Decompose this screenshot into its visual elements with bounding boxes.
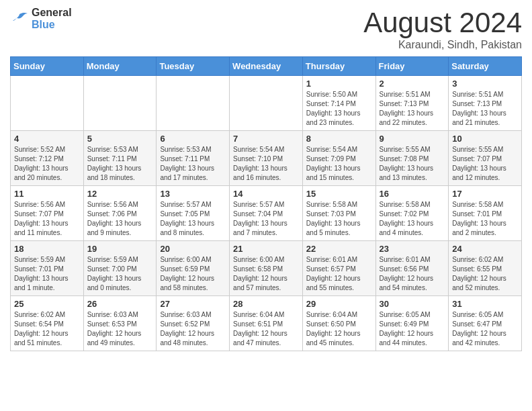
day-number: 16 — [380, 189, 445, 199]
day-number: 5 — [87, 134, 153, 144]
calendar-day-cell: 31Sunrise: 6:05 AMSunset: 6:47 PMDayligh… — [449, 296, 522, 351]
calendar-day-cell: 16Sunrise: 5:58 AMSunset: 7:02 PMDayligh… — [375, 186, 449, 241]
day-number: 22 — [306, 244, 372, 254]
calendar-day-cell: 12Sunrise: 5:56 AMSunset: 7:06 PMDayligh… — [83, 186, 157, 241]
calendar-day-cell: 5Sunrise: 5:53 AMSunset: 7:11 PMDaylight… — [83, 131, 157, 186]
day-info: Sunrise: 6:05 AMSunset: 6:49 PMDaylight:… — [380, 310, 445, 348]
day-info: Sunrise: 6:04 AMSunset: 6:50 PMDaylight:… — [306, 310, 372, 348]
day-info: Sunrise: 6:02 AMSunset: 6:54 PMDaylight:… — [14, 310, 80, 348]
day-number: 13 — [160, 189, 226, 199]
weekday-header-row: SundayMondayTuesdayWednesdayThursdayFrid… — [11, 57, 522, 76]
calendar-day-cell: 10Sunrise: 5:55 AMSunset: 7:07 PMDayligh… — [449, 131, 522, 186]
day-info: Sunrise: 5:52 AMSunset: 7:12 PMDaylight:… — [14, 145, 80, 183]
calendar-day-cell: 28Sunrise: 6:04 AMSunset: 6:51 PMDayligh… — [230, 296, 303, 351]
day-info: Sunrise: 6:00 AMSunset: 6:58 PMDaylight:… — [233, 255, 299, 293]
day-info: Sunrise: 5:53 AMSunset: 7:11 PMDaylight:… — [160, 145, 226, 183]
day-info: Sunrise: 6:01 AMSunset: 6:57 PMDaylight:… — [306, 255, 372, 293]
calendar-day-cell: 1Sunrise: 5:50 AMSunset: 7:14 PMDaylight… — [302, 76, 375, 131]
calendar-day-cell: 7Sunrise: 5:54 AMSunset: 7:10 PMDaylight… — [230, 131, 303, 186]
day-number: 2 — [380, 79, 445, 89]
logo-blue: Blue — [32, 19, 55, 30]
day-number: 28 — [233, 299, 299, 309]
day-info: Sunrise: 5:54 AMSunset: 7:09 PMDaylight:… — [306, 145, 372, 183]
calendar-day-cell: 6Sunrise: 5:53 AMSunset: 7:11 PMDaylight… — [157, 131, 230, 186]
day-number: 9 — [380, 134, 445, 144]
day-number: 7 — [233, 134, 299, 144]
calendar-week-row: 11Sunrise: 5:56 AMSunset: 7:07 PMDayligh… — [11, 186, 522, 241]
weekday-header-cell: Saturday — [449, 57, 522, 76]
day-number: 14 — [233, 189, 299, 199]
weekday-header-cell: Thursday — [302, 57, 375, 76]
day-info: Sunrise: 6:03 AMSunset: 6:52 PMDaylight:… — [160, 310, 226, 348]
logo-general: General — [32, 7, 72, 18]
calendar-body: 1Sunrise: 5:50 AMSunset: 7:14 PMDaylight… — [11, 76, 522, 351]
day-info: Sunrise: 5:50 AMSunset: 7:14 PMDaylight:… — [306, 90, 372, 128]
calendar-day-cell: 23Sunrise: 6:01 AMSunset: 6:56 PMDayligh… — [375, 241, 449, 296]
calendar-day-cell: 2Sunrise: 5:51 AMSunset: 7:13 PMDaylight… — [375, 76, 449, 131]
day-info: Sunrise: 5:56 AMSunset: 7:06 PMDaylight:… — [87, 200, 153, 238]
day-number: 30 — [380, 299, 445, 309]
calendar-day-cell — [83, 76, 157, 131]
location-subtitle: Karaundi, Sindh, Pakistan — [363, 39, 522, 51]
calendar-week-row: 18Sunrise: 5:59 AMSunset: 7:01 PMDayligh… — [11, 241, 522, 296]
day-number: 15 — [306, 189, 372, 199]
day-number: 6 — [160, 134, 226, 144]
calendar-day-cell: 11Sunrise: 5:56 AMSunset: 7:07 PMDayligh… — [11, 186, 84, 241]
day-number: 4 — [14, 134, 80, 144]
calendar-day-cell: 22Sunrise: 6:01 AMSunset: 6:57 PMDayligh… — [302, 241, 375, 296]
day-info: Sunrise: 6:05 AMSunset: 6:47 PMDaylight:… — [452, 310, 518, 348]
day-info: Sunrise: 5:58 AMSunset: 7:01 PMDaylight:… — [452, 200, 518, 238]
calendar-week-row: 1Sunrise: 5:50 AMSunset: 7:14 PMDaylight… — [11, 76, 522, 131]
calendar-week-row: 4Sunrise: 5:52 AMSunset: 7:12 PMDaylight… — [11, 131, 522, 186]
weekday-header-cell: Tuesday — [157, 57, 230, 76]
logo: General Blue — [10, 7, 72, 31]
day-info: Sunrise: 5:58 AMSunset: 7:02 PMDaylight:… — [380, 200, 445, 238]
calendar-day-cell — [11, 76, 84, 131]
day-info: Sunrise: 6:00 AMSunset: 6:59 PMDaylight:… — [160, 255, 226, 293]
title-block: August 2024 Karaundi, Sindh, Pakistan — [363, 7, 522, 51]
day-info: Sunrise: 5:51 AMSunset: 7:13 PMDaylight:… — [380, 90, 445, 128]
day-info: Sunrise: 5:55 AMSunset: 7:07 PMDaylight:… — [452, 145, 518, 183]
day-number: 3 — [452, 79, 518, 89]
calendar-day-cell: 3Sunrise: 5:51 AMSunset: 7:13 PMDaylight… — [449, 76, 522, 131]
calendar-day-cell: 21Sunrise: 6:00 AMSunset: 6:58 PMDayligh… — [230, 241, 303, 296]
day-info: Sunrise: 5:51 AMSunset: 7:13 PMDaylight:… — [452, 90, 518, 128]
calendar-week-row: 25Sunrise: 6:02 AMSunset: 6:54 PMDayligh… — [11, 296, 522, 351]
day-info: Sunrise: 5:57 AMSunset: 7:05 PMDaylight:… — [160, 200, 226, 238]
day-info: Sunrise: 5:53 AMSunset: 7:11 PMDaylight:… — [87, 145, 153, 183]
month-year-title: August 2024 — [363, 7, 522, 39]
day-info: Sunrise: 5:59 AMSunset: 7:00 PMDaylight:… — [87, 255, 153, 293]
day-info: Sunrise: 6:04 AMSunset: 6:51 PMDaylight:… — [233, 310, 299, 348]
day-number: 27 — [160, 299, 226, 309]
day-info: Sunrise: 6:03 AMSunset: 6:53 PMDaylight:… — [87, 310, 153, 348]
calendar-day-cell: 4Sunrise: 5:52 AMSunset: 7:12 PMDaylight… — [11, 131, 84, 186]
weekday-header-cell: Monday — [83, 57, 157, 76]
weekday-header-cell: Friday — [375, 57, 449, 76]
day-info: Sunrise: 5:58 AMSunset: 7:03 PMDaylight:… — [306, 200, 372, 238]
day-number: 20 — [160, 244, 226, 254]
day-number: 18 — [14, 244, 80, 254]
day-number: 10 — [452, 134, 518, 144]
day-number: 12 — [87, 189, 153, 199]
calendar-day-cell: 27Sunrise: 6:03 AMSunset: 6:52 PMDayligh… — [157, 296, 230, 351]
calendar-day-cell: 18Sunrise: 5:59 AMSunset: 7:01 PMDayligh… — [11, 241, 84, 296]
weekday-header-cell: Wednesday — [230, 57, 303, 76]
weekday-header-cell: Sunday — [11, 57, 84, 76]
day-info: Sunrise: 5:59 AMSunset: 7:01 PMDaylight:… — [14, 255, 80, 293]
day-number: 23 — [380, 244, 445, 254]
day-number: 19 — [87, 244, 153, 254]
calendar-day-cell: 13Sunrise: 5:57 AMSunset: 7:05 PMDayligh… — [157, 186, 230, 241]
day-info: Sunrise: 5:56 AMSunset: 7:07 PMDaylight:… — [14, 200, 80, 238]
day-info: Sunrise: 5:57 AMSunset: 7:04 PMDaylight:… — [233, 200, 299, 238]
calendar-day-cell: 17Sunrise: 5:58 AMSunset: 7:01 PMDayligh… — [449, 186, 522, 241]
calendar-table: SundayMondayTuesdayWednesdayThursdayFrid… — [10, 56, 522, 351]
calendar-day-cell: 24Sunrise: 6:02 AMSunset: 6:55 PMDayligh… — [449, 241, 522, 296]
day-number: 24 — [452, 244, 518, 254]
day-number: 25 — [14, 299, 80, 309]
calendar-day-cell: 14Sunrise: 5:57 AMSunset: 7:04 PMDayligh… — [230, 186, 303, 241]
day-info: Sunrise: 6:01 AMSunset: 6:56 PMDaylight:… — [380, 255, 445, 293]
logo-bird-icon — [10, 11, 29, 26]
calendar-day-cell: 15Sunrise: 5:58 AMSunset: 7:03 PMDayligh… — [302, 186, 375, 241]
day-number: 26 — [87, 299, 153, 309]
page-header: General Blue August 2024 Karaundi, Sindh… — [10, 7, 522, 51]
